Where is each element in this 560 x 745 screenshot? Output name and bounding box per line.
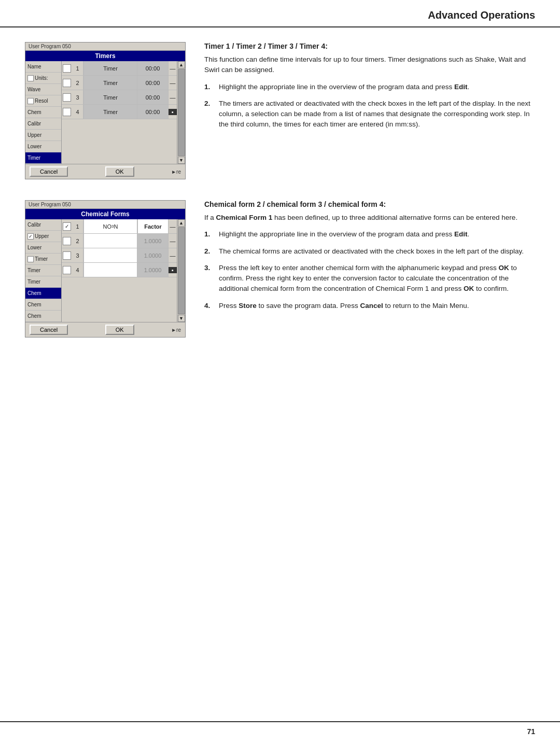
chem-step-2: 2. The chemical forms are activated or d… (204, 246, 535, 257)
scrollbar-track (178, 69, 185, 156)
timers-cancel-btn[interactable]: Cancel (30, 166, 68, 177)
chem-scrollbar-track (178, 227, 185, 314)
section-timers: User Program 050 Timers Name Units: Wave… (25, 42, 535, 179)
chem-1-factor: Factor (137, 219, 169, 233)
chem-step-4-num: 4. (204, 301, 214, 311)
page-number: 71 (527, 727, 535, 736)
chem-row-4: 4 1.0000 ▪ (62, 263, 177, 277)
chem-4-formula (83, 263, 137, 277)
timers-panel-right: 1 Timer 00:00 — 2 Timer 00:00 — (62, 61, 177, 164)
chem-left-chem3: Chem (25, 311, 61, 322)
left-item-wave: Wave (25, 84, 61, 95)
timers-scrollbar[interactable]: ▲ ▼ (177, 61, 185, 164)
timers-heading: Timer 1 / Timer 2 / Timer 3 / Timer 4: (204, 42, 535, 50)
chem-panel-topbar: User Program 050 (25, 201, 185, 209)
chem-step-2-text: The chemical forms are activated or deac… (219, 246, 535, 257)
chem-step-1: 1. Highlight the appropriate line in the… (204, 229, 535, 240)
chem-left-calibr: Calibr (25, 219, 61, 231)
left-item-chem: Chem (25, 107, 61, 118)
timer-4-checkbox[interactable] (63, 108, 71, 116)
timer-1-checkbox[interactable] (63, 64, 71, 73)
timer-3-label: Timer (83, 90, 137, 104)
chem-2-checkbox[interactable] (63, 237, 71, 245)
timer-2-label: Timer (83, 76, 137, 90)
chem-step-3: 3. Press the left key to enter another c… (204, 263, 535, 294)
chem-step-1-num: 1. (204, 229, 214, 240)
chem-4-checkbox[interactable] (63, 266, 71, 274)
scrollbar-down-btn[interactable]: ▼ (178, 157, 185, 164)
page-title: Advanced Operations (428, 9, 535, 21)
timer-row-3: 3 Timer 00:00 — (62, 90, 177, 105)
chem-2-num: 2 (72, 234, 83, 248)
chem-1-checkbox[interactable]: ✓ (63, 222, 71, 231)
chem-ok-btn[interactable]: OK (105, 325, 134, 335)
timer-4-label: Timer (83, 105, 137, 119)
chem-2-factor: 1.0000 (137, 234, 169, 248)
timer-row-4: 4 Timer 00:00 ▪ (62, 105, 177, 119)
timers-ok-btn[interactable]: OK (105, 166, 134, 177)
chem-scrollbar-up[interactable]: ▲ (178, 219, 185, 227)
chem-step-4: 4. Press Store to save the program data.… (204, 301, 535, 311)
chem-scrollbar-down[interactable]: ▼ (178, 315, 185, 322)
chem-step-3-text: Press the left key to enter another chem… (219, 263, 535, 294)
chem-heading: Chemical form 2 / chemical form 3 / chem… (204, 200, 535, 208)
chem-scrollbar[interactable]: ▲ ▼ (177, 219, 185, 322)
chem-step-3-num: 3. (204, 263, 214, 294)
chem-3-formula (83, 248, 137, 262)
timer-1-value: 00:00 (137, 61, 169, 75)
chem-panel-footer: Cancel OK ►re (25, 322, 185, 337)
timer-row-1: 1 Timer 00:00 — (62, 61, 177, 76)
timers-intro: This function can define time intervals … (204, 54, 535, 76)
chem-desc: Chemical form 2 / chemical form 3 / chem… (204, 200, 535, 317)
timers-steps: 1. Highlight the appropriate line in the… (204, 82, 535, 130)
timers-more: ►re (171, 169, 181, 175)
scrollbar-up-btn[interactable]: ▲ (178, 61, 185, 68)
chem-4-factor: 1.0000 (137, 263, 169, 277)
chem-cancel-btn[interactable]: Cancel (30, 325, 68, 335)
left-item-upper: Upper (25, 130, 61, 141)
left-item-calibr: Calibr (25, 118, 61, 130)
chem-left-timer1: Timer (25, 254, 61, 265)
chem-4-num: 4 (72, 263, 83, 277)
chem-panel-right: ✓ 1 NO3N Factor — 2 1.0000 — (62, 219, 177, 322)
chem-left-chem1: Chem (25, 288, 61, 299)
left-item-units: Units: (25, 73, 61, 84)
timers-step-2-num: 2. (204, 99, 214, 130)
timers-step-1: 1. Highlight the appropriate line in the… (204, 82, 535, 92)
page-header: Advanced Operations (0, 0, 560, 27)
timers-step-1-num: 1. (204, 82, 214, 92)
timers-step-2: 2. The timers are activated or deactivat… (204, 99, 535, 130)
timers-panel-left: Name Units: Wave Resol Chem Calibr Upper… (25, 61, 62, 164)
timers-desc: Timer 1 / Timer 2 / Timer 3 / Timer 4: T… (204, 42, 535, 136)
timer-4-value: 00:00 (137, 105, 169, 119)
chem-1-formula: NO3N (83, 219, 137, 233)
timer-3-value: 00:00 (137, 90, 169, 104)
timer-2-checkbox[interactable] (63, 79, 71, 87)
chem-panel-left: Calibr ✓ Upper Lower Timer Timer Timer C… (25, 219, 62, 322)
timers-step-1-text: Highlight the appropriate line in the ov… (219, 82, 535, 92)
timer-3-dash: — (169, 94, 177, 101)
timers-panel-topbar: User Program 050 (25, 43, 185, 51)
timers-panel-title: Timers (25, 51, 185, 61)
timer-1-num: 1 (72, 61, 83, 75)
chem-3-num: 3 (72, 248, 83, 262)
timers-panel: User Program 050 Timers Name Units: Wave… (25, 42, 186, 179)
chem-1-num: 1 (72, 219, 83, 233)
timer-2-value: 00:00 (137, 76, 169, 90)
chem-1-dash: — (169, 223, 177, 230)
chem-steps: 1. Highlight the appropriate line in the… (204, 229, 535, 311)
timer-row-2: 2 Timer 00:00 — (62, 76, 177, 90)
timer-3-checkbox[interactable] (63, 93, 71, 102)
chem-step-1-text: Highlight the appropriate line in the ov… (219, 229, 535, 240)
chem-left-timer2: Timer (25, 265, 61, 276)
chem-left-upper: ✓ Upper (25, 231, 61, 242)
chem-left-timer3: Timer (25, 276, 61, 288)
timers-panel-footer: Cancel OK ►re (25, 164, 185, 179)
chem-row-3: 3 1.0000 — (62, 248, 177, 263)
timer-4-dash: ▪ (169, 109, 177, 115)
chem-4-dash: ▪ (169, 267, 177, 273)
chem-3-checkbox[interactable] (63, 251, 71, 260)
left-item-lower: Lower (25, 141, 61, 152)
chem-row-1: ✓ 1 NO3N Factor — (62, 219, 177, 234)
chem-row-2: 2 1.0000 — (62, 234, 177, 248)
